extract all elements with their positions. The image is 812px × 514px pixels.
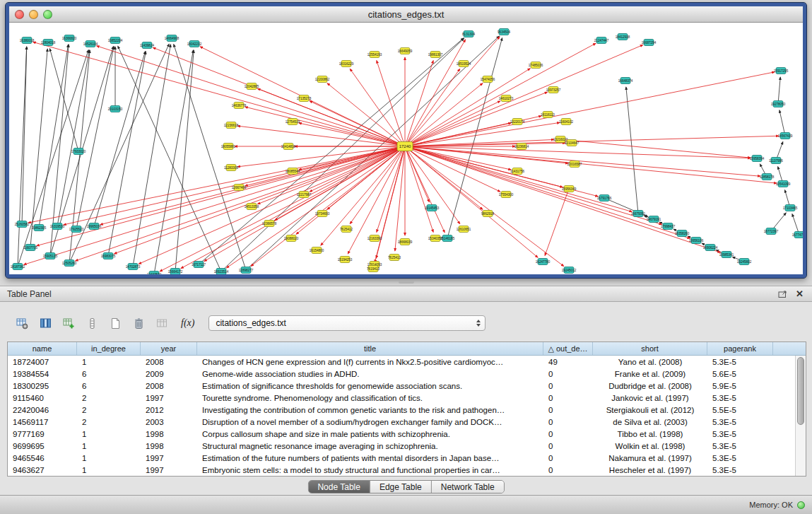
cell-in_degree[interactable]: 2 [77,394,141,402]
cell-in_degree[interactable]: 2 [77,406,141,414]
table-row[interactable]: 2242004622012Investigating the contribut… [8,404,806,416]
network-edge[interactable] [133,45,170,267]
table-row[interactable]: 946362711997Embryonic stem cells: a mode… [8,465,806,477]
cell-short[interactable]: de Silva et al. (2003) [593,418,707,426]
column-header-year[interactable]: year [141,342,197,355]
cell-title[interactable]: Embryonic stem cells: a model to study s… [197,466,543,474]
network-edge[interactable] [405,146,433,232]
network-edge[interactable] [545,189,569,256]
cell-year[interactable]: 1997 [141,454,197,462]
table-row[interactable]: 977716911998Corpus callosum shape and si… [8,428,806,440]
table-row[interactable]: 1830029562008Estimation of significance … [8,380,806,392]
network-edge[interactable] [33,42,405,146]
network-edge[interactable] [76,47,114,229]
column-header-name[interactable]: name [8,342,77,355]
cell-pagerank[interactable]: 5.3E-5 [707,454,773,462]
cell-year[interactable]: 2003 [141,418,197,426]
cell-pagerank[interactable]: 5.3E-5 [707,442,773,450]
cell-pagerank[interactable]: 5.3E-5 [707,394,773,402]
window-titlebar[interactable]: citations_edges.txt [9,6,803,23]
network-edge[interactable] [18,50,88,267]
table-row[interactable]: 1456911722003Disruption of a novel membe… [8,416,806,428]
cell-title[interactable]: Changes of HCN gene expression and I(f) … [197,358,543,366]
cell-year[interactable]: 1998 [141,442,197,450]
table-row[interactable]: 911546021997Tourette syndrome. Phenomeno… [8,392,806,404]
cell-name[interactable]: 9465546 [8,454,77,462]
cell-title[interactable]: Estimation of the future numbers of pati… [197,454,543,462]
cell-year[interactable]: 2008 [141,358,197,366]
network-edge[interactable] [94,52,145,226]
network-edge[interactable] [405,146,777,183]
cell-in_degree[interactable]: 2 [77,418,141,426]
float-panel-button[interactable] [778,290,787,298]
add-column-icon[interactable] [59,315,78,332]
cell-pagerank[interactable]: 5.3E-5 [707,466,773,474]
cell-out_degree[interactable]: 49 [543,358,593,366]
cell-in_degree[interactable]: 6 [77,370,141,378]
cell-pagerank[interactable]: 5.9E-5 [707,382,773,390]
network-edge[interactable] [405,146,445,233]
cell-out_degree[interactable]: 0 [543,370,593,378]
cell-in_degree[interactable]: 1 [77,466,141,474]
network-edge[interactable] [405,146,690,238]
cell-short[interactable]: Franke et al. (2009) [593,370,707,378]
cell-pagerank[interactable]: 5.6E-5 [707,370,773,378]
cell-in_degree[interactable]: 6 [77,382,141,390]
network-edge[interactable] [39,45,69,228]
network-edge[interactable] [97,46,405,146]
network-edge[interactable] [175,50,194,271]
cell-name[interactable]: 19384554 [8,370,77,378]
network-edge[interactable] [76,146,405,261]
cell-out_degree[interactable]: 0 [543,442,593,450]
cell-year[interactable]: 1997 [141,394,197,402]
network-edge[interactable] [174,45,246,270]
network-edge[interactable] [108,52,146,256]
cell-year[interactable]: 2008 [141,382,197,390]
cell-name[interactable]: 18300295 [8,382,77,390]
trash-icon[interactable] [129,315,148,332]
cell-short[interactable]: Jankovic et al. (1997) [593,394,707,402]
cell-name[interactable]: 22420046 [8,406,77,414]
network-edge[interactable] [405,72,775,146]
cell-short[interactable]: Dudbridge et al. (2008) [593,382,707,390]
cell-out_degree[interactable]: 0 [543,466,593,474]
network-edge[interactable] [237,126,405,146]
network-edge[interactable] [405,146,538,257]
cell-title[interactable]: Structural magnetic resonance image aver… [197,442,543,450]
vertical-scrollbar[interactable] [795,356,806,476]
cell-in_degree[interactable]: 1 [77,430,141,438]
cell-name[interactable]: 9463627 [8,466,77,474]
cell-name[interactable]: 9115460 [8,394,77,402]
tab-network-table[interactable]: Network Table [432,481,504,493]
cell-short[interactable]: Hescheler et al. (1997) [593,466,707,474]
cell-pagerank[interactable]: 5.3E-5 [707,430,773,438]
cell-title[interactable]: Investigating the contribution of common… [197,406,543,414]
cell-out_degree[interactable]: 0 [543,430,593,438]
column-header-in_degree[interactable]: in_degree [77,342,141,355]
cell-name[interactable]: 14569117 [8,418,77,426]
network-edge[interactable] [114,146,405,254]
cell-out_degree[interactable]: 0 [543,418,593,426]
show-columns-icon[interactable] [36,315,54,332]
cell-title[interactable]: Genome-wide association studies in ADHD. [197,370,543,378]
function-builder-button[interactable]: f(x) [178,317,197,329]
network-canvas[interactable]: 1724016236814114317561755430098629181261… [9,23,803,274]
network-edge[interactable] [100,146,405,225]
network-edge[interactable] [204,146,405,262]
cell-name[interactable]: 18724007 [8,358,77,366]
network-edge[interactable] [22,47,27,224]
network-edge[interactable] [160,146,405,271]
divider-grip-icon[interactable] [399,281,414,284]
cell-short[interactable]: Wolkin et al. (1998) [593,442,707,450]
network-edge[interactable] [118,46,221,271]
new-page-icon[interactable] [106,315,124,332]
network-edge[interactable] [626,87,638,214]
column-icon[interactable] [83,315,101,332]
network-edge[interactable] [30,49,47,247]
table-disabled-icon[interactable] [153,315,171,332]
network-edge[interactable] [18,47,27,267]
cell-out_degree[interactable]: 0 [543,454,593,462]
cell-title[interactable]: Disruption of a novel member of a sodium… [197,418,543,426]
close-panel-button[interactable]: ✕ [796,288,804,299]
cell-in_degree[interactable]: 1 [77,358,141,366]
